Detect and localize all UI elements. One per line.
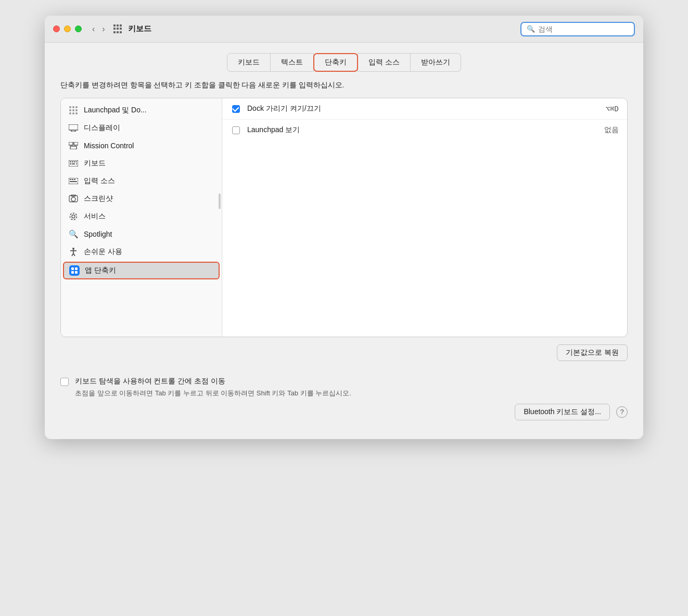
checkbox-dock-area[interactable]	[231, 104, 241, 114]
svg-point-4	[72, 109, 74, 111]
restore-button[interactable]: 기본값으로 복원	[557, 344, 628, 361]
input-icon	[68, 176, 79, 186]
svg-point-3	[69, 109, 71, 111]
svg-rect-25	[70, 179, 71, 180]
minimize-button[interactable]	[64, 25, 71, 32]
sidebar-label-app-shortcuts: 앱 단축키	[85, 266, 116, 275]
sidebar-label-display: 디스플레이	[84, 123, 120, 133]
svg-rect-15	[70, 146, 77, 149]
svg-point-34	[72, 248, 74, 250]
screenshot-icon	[68, 194, 79, 204]
checkbox-launchpad[interactable]	[232, 126, 240, 134]
scroll-track	[219, 194, 221, 209]
shortcut-row-dock: Dock 가리기 켜기/끄기 ⌥⌘D	[222, 98, 627, 120]
sidebar-label-input: 입력 소스	[84, 176, 115, 186]
launchpad-icon	[68, 105, 79, 116]
tabs: 키보드 텍스트 단축키 입력 소스 받아쓰기	[60, 53, 628, 72]
svg-rect-22	[72, 163, 75, 164]
right-panel: Dock 가리기 켜기/끄기 ⌥⌘D Launchpad 보기 없음	[222, 98, 627, 337]
svg-rect-14	[74, 142, 78, 145]
svg-rect-19	[74, 161, 75, 162]
search-box[interactable]: 🔍	[520, 22, 635, 36]
sidebar-item-spotlight[interactable]: 🔍 Spotlight	[61, 225, 222, 243]
svg-point-32	[72, 215, 75, 218]
display-icon	[68, 123, 79, 133]
svg-point-5	[75, 109, 78, 111]
shortcut-row-launchpad: Launchpad 보기 없음	[222, 120, 627, 140]
forward-button[interactable]: ›	[100, 23, 107, 35]
tab-keyboard[interactable]: 키보드	[227, 53, 271, 72]
svg-rect-27	[74, 179, 75, 180]
help-button[interactable]: ?	[616, 406, 628, 418]
shortcut-key-launchpad[interactable]: 없음	[604, 125, 619, 135]
checkbox-launchpad-area[interactable]	[231, 125, 241, 135]
gear-icon	[68, 211, 79, 222]
sidebar-label-screenshot: 스크린샷	[84, 194, 113, 203]
shortcut-key-dock[interactable]: ⌥⌘D	[606, 105, 619, 113]
bluetooth-button[interactable]: Bluetooth 키보드 설정...	[515, 404, 610, 420]
maximize-button[interactable]	[75, 25, 82, 32]
svg-rect-18	[72, 161, 73, 162]
svg-rect-31	[69, 196, 78, 202]
svg-rect-13	[69, 142, 73, 145]
shortcut-name-launchpad: Launchpad 보기	[247, 125, 598, 135]
sidebar-label-accessibility: 손쉬운 사용	[84, 247, 122, 256]
sidebar-item-mission[interactable]: Mission Control	[61, 137, 222, 155]
focus-checkbox[interactable]	[60, 378, 69, 386]
keyboard-icon	[68, 158, 79, 169]
sidebar-label-mission: Mission Control	[84, 142, 134, 150]
content-area: 키보드 텍스트 단축키 입력 소스 받아쓰기 단축키를 변경하려면 항목을 선택…	[45, 43, 643, 439]
sidebar-item-input[interactable]: 입력 소스	[61, 172, 222, 190]
sidebar-item-accessibility[interactable]: 손쉬운 사용	[61, 243, 222, 261]
tab-dictation[interactable]: 받아쓰기	[411, 53, 461, 72]
titlebar: ‹ › 키보드 🔍	[45, 16, 643, 43]
svg-point-0	[69, 106, 71, 108]
nav-buttons: ‹ ›	[90, 23, 107, 35]
svg-rect-39	[71, 267, 74, 270]
svg-rect-9	[69, 124, 78, 130]
back-button[interactable]: ‹	[90, 23, 97, 35]
bottom-bar: 기본값으로 복원	[60, 337, 628, 366]
app-shortcuts-icon	[69, 265, 80, 276]
svg-rect-42	[75, 271, 78, 274]
svg-point-33	[70, 213, 77, 220]
accessibility-icon	[68, 247, 79, 257]
sidebar-item-screenshot[interactable]: 스크린샷	[61, 190, 222, 208]
svg-rect-17	[70, 161, 71, 162]
traffic-lights	[53, 25, 82, 32]
tab-text[interactable]: 텍스트	[271, 53, 314, 72]
sidebar-item-app-shortcuts[interactable]: 앱 단축키	[63, 262, 220, 279]
window-title: 키보드	[128, 24, 151, 34]
svg-rect-41	[71, 271, 74, 274]
svg-rect-21	[70, 163, 71, 164]
svg-point-8	[75, 112, 78, 114]
sidebar-item-launchpad[interactable]: Launchpad 및 Do...	[61, 101, 222, 119]
checkbox-dock[interactable]	[232, 105, 240, 113]
description-text: 단축키를 변경하려면 항목을 선택하고 키 조합을 클릭한 다음 새로운 키를 …	[60, 80, 628, 91]
close-button[interactable]	[53, 25, 60, 32]
svg-rect-20	[76, 161, 77, 162]
tab-input[interactable]: 입력 소스	[358, 53, 411, 72]
sidebar-label-keyboard: 키보드	[84, 159, 106, 168]
sidebar-item-display[interactable]: 디스플레이	[61, 119, 222, 137]
svg-point-7	[72, 112, 74, 114]
sidebar-label-spotlight: Spotlight	[84, 230, 112, 238]
spotlight-icon: 🔍	[68, 229, 79, 239]
shortcut-name-dock: Dock 가리기 켜기/끄기	[247, 104, 600, 113]
search-icon: 🔍	[527, 25, 535, 33]
svg-line-38	[73, 253, 75, 256]
tab-shortcuts[interactable]: 단축키	[313, 53, 358, 72]
svg-point-1	[72, 106, 74, 108]
sidebar-item-services[interactable]: 서비스	[61, 208, 222, 225]
search-input[interactable]	[538, 25, 629, 33]
main-panel: Launchpad 및 Do... 디스플레이	[60, 98, 628, 337]
sidebar-item-keyboard[interactable]: 키보드	[61, 155, 222, 172]
bottom-footer: Bluetooth 키보드 설정... ?	[60, 399, 628, 429]
focus-label: 키보드 탐색을 사용하여 컨트롤 간에 초점 이동	[75, 377, 351, 386]
main-window: ‹ › 키보드 🔍 키보드 텍스트 단축키 입력 소스 받아쓰기 단축키를 변경…	[45, 16, 643, 439]
svg-point-2	[75, 106, 78, 108]
svg-rect-28	[70, 181, 77, 182]
focus-section: 키보드 탐색을 사용하여 컨트롤 간에 초점 이동 초점을 앞으로 이동하려면 …	[60, 377, 628, 399]
mission-icon	[68, 140, 79, 151]
svg-point-6	[69, 112, 71, 114]
